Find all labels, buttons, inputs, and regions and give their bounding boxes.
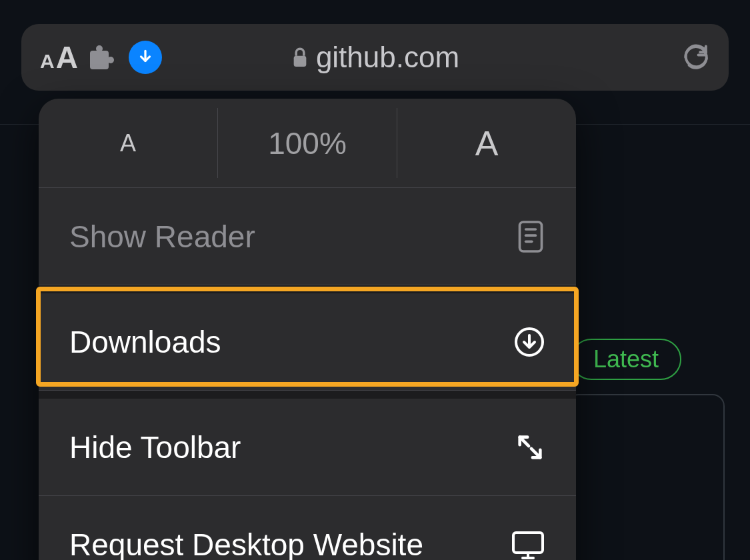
zoom-level[interactable]: 100%: [218, 99, 397, 187]
hide-toolbar-item[interactable]: Hide Toolbar: [39, 399, 576, 496]
expand-icon: [515, 432, 545, 463]
lock-icon: [291, 46, 309, 69]
downloads-item[interactable]: Downloads: [39, 293, 576, 391]
desktop-icon: [511, 529, 545, 560]
url-domain: github.com: [316, 41, 459, 74]
url-bar-left-controls: AA: [40, 39, 162, 75]
url-bar[interactable]: AA github.com: [21, 24, 729, 91]
browser-chrome-top: AA github.com: [0, 0, 750, 107]
latest-badge: Latest: [571, 339, 681, 380]
release-card: [567, 394, 725, 560]
downloads-indicator-icon[interactable]: [129, 41, 162, 74]
text-size-icon[interactable]: AA: [40, 39, 78, 75]
request-desktop-item[interactable]: Request Desktop Website: [39, 496, 576, 560]
reload-icon: [682, 43, 710, 71]
page-settings-menu: A 100% A Show Reader Downloads Hide Tool…: [39, 99, 576, 560]
download-circle-icon: [513, 326, 545, 358]
menu-label: Show Reader: [69, 219, 255, 255]
menu-label: Hide Toolbar: [69, 429, 241, 465]
extensions-icon[interactable]: [90, 45, 117, 69]
zoom-row: A 100% A: [39, 99, 576, 188]
svg-rect-10: [513, 533, 543, 553]
menu-separator: [39, 285, 576, 293]
reader-icon: [516, 219, 545, 254]
menu-label: Request Desktop Website: [69, 527, 423, 560]
menu-separator: [39, 391, 576, 399]
svg-rect-1: [294, 56, 307, 67]
show-reader-item[interactable]: Show Reader: [39, 188, 576, 285]
zoom-in-button[interactable]: A: [397, 99, 576, 187]
reload-button[interactable]: [682, 43, 710, 71]
menu-label: Downloads: [69, 324, 221, 360]
zoom-out-button[interactable]: A: [39, 99, 217, 187]
